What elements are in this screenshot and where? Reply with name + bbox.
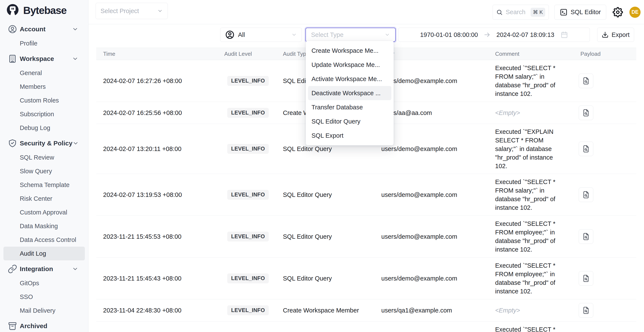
sidebar: Bytebase AccountProfileWorkspaceGeneralM… xyxy=(0,0,88,332)
sidebar-item-mail-delivery[interactable]: Mail Delivery xyxy=(4,304,85,318)
sql-editor-button[interactable]: SQL Editor xyxy=(554,5,606,20)
sidebar-item-custom-approval[interactable]: Custom Approval xyxy=(4,205,85,219)
topbar-right: Search ⌘ K SQL Editor DE xyxy=(492,0,640,24)
cell-payload xyxy=(571,187,636,202)
audit-level-badge: LEVEL_INFO xyxy=(227,76,269,86)
sidebar-section-integration[interactable]: Integration xyxy=(4,262,85,276)
cell-time: 2024-02-07 13:20:11 +08:00 xyxy=(96,146,218,153)
cell-actor: users/demo@example.com xyxy=(375,146,489,153)
date-range-picker[interactable]: 1970-01-01 08:00:00 2024-02-07 18:09:13 xyxy=(398,28,590,42)
sidebar-item-slow-query[interactable]: Slow Query xyxy=(4,164,85,178)
cell-actor: users/demo@example.com xyxy=(375,191,489,198)
sidebar-item-debug-log[interactable]: Debug Log xyxy=(4,121,85,135)
cell-payload xyxy=(571,142,636,156)
sidebar-item-label: Custom Approval xyxy=(20,209,67,216)
sidebar-item-schema-template[interactable]: Schema Template xyxy=(4,178,85,192)
cell-payload xyxy=(571,106,636,120)
audit-level-badge: LEVEL_INFO xyxy=(227,144,269,154)
sidebar-item-gitops[interactable]: GitOps xyxy=(4,276,85,290)
audit-level-badge: LEVEL_INFO xyxy=(227,273,269,283)
cell-comment: Executed `"EXPLAIN SELECT * FROM salary;… xyxy=(489,124,571,174)
dropdown-option-sql-editor-query[interactable]: SQL Editor Query xyxy=(308,114,392,129)
user-circle-icon xyxy=(8,24,17,34)
sidebar-item-label: Data Access Control xyxy=(20,236,76,243)
sidebar-item-label: GitOps xyxy=(20,280,39,287)
cell-payload xyxy=(571,74,636,88)
sidebar-item-data-access-control[interactable]: Data Access Control xyxy=(4,233,85,247)
table-row: 2023-11-21 15:45:43 +08:00LEVEL_INFOSQL … xyxy=(96,258,636,299)
file-search-icon xyxy=(582,77,590,85)
sidebar-item-risk-center[interactable]: Risk Center xyxy=(4,192,85,205)
actor-filter-select[interactable]: All xyxy=(220,28,302,42)
sidebar-item-label: Mail Delivery xyxy=(20,307,56,314)
sidebar-item-label: Schema Template xyxy=(20,181,70,188)
cell-audit-level: LEVEL_INFO xyxy=(218,190,276,200)
export-button[interactable]: Export xyxy=(597,28,634,42)
view-payload-button[interactable] xyxy=(579,187,593,202)
cell-comment: Executed `"SELECT * FROM employee;"` in … xyxy=(489,216,571,257)
cell-comment: Executed `"SELECT * FROM salary;"` in da… xyxy=(489,174,571,215)
cell-payload xyxy=(571,229,636,244)
sidebar-item-profile[interactable]: Profile xyxy=(4,36,85,50)
cell-comment: <Empty> xyxy=(489,303,571,318)
gear-icon xyxy=(613,7,623,17)
table-row: 2023-11-21 15:45:53 +08:00LEVEL_INFOSQL … xyxy=(96,216,636,258)
sidebar-item-label: Members xyxy=(20,83,46,90)
search-icon xyxy=(496,9,503,15)
chevron-down-icon xyxy=(384,32,390,37)
sidebar-item-sql-review[interactable]: SQL Review xyxy=(4,151,85,164)
cell-audit-level: LEVEL_INFO xyxy=(218,305,276,315)
sidebar-item-general[interactable]: General xyxy=(4,66,85,80)
cell-time: 2023-11-21 15:45:43 +08:00 xyxy=(96,275,218,282)
sidebar-item-label: SQL Review xyxy=(20,154,54,161)
sidebar-item-label: Custom Roles xyxy=(20,97,59,104)
sidebar-item-data-masking[interactable]: Data Masking xyxy=(4,219,85,233)
project-select[interactable]: Select Project xyxy=(96,3,168,19)
chevron-down-icon xyxy=(72,140,79,147)
cell-audit-level: LEVEL_INFO xyxy=(218,76,276,86)
sidebar-item-audit-log[interactable]: Audit Log xyxy=(4,247,85,260)
cell-comment: Executed `"SELECT * FROM department;"` i… xyxy=(489,322,571,332)
sidebar-item-sso[interactable]: SSO xyxy=(4,290,85,304)
sidebar-section-workspace[interactable]: Workspace xyxy=(4,51,85,66)
dropdown-option-sql-export[interactable]: SQL Export xyxy=(308,129,392,143)
view-payload-button[interactable] xyxy=(579,74,593,88)
bytebase-logo[interactable]: Bytebase xyxy=(0,0,88,20)
cell-actor: users/demo@example.com xyxy=(375,233,489,240)
cell-audit-level: LEVEL_INFO xyxy=(218,144,276,154)
sidebar-item-label: Data Masking xyxy=(20,223,58,230)
view-payload-button[interactable] xyxy=(579,106,593,120)
user-avatar[interactable]: DE xyxy=(630,7,640,18)
file-search-icon xyxy=(582,109,590,117)
chevron-down-icon xyxy=(72,56,78,62)
sidebar-section-account[interactable]: Account xyxy=(4,22,85,36)
settings-gear-button[interactable] xyxy=(612,6,624,18)
dropdown-option-create-workspace-me[interactable]: Create Workspace Me... xyxy=(308,43,392,58)
column-header-time: Time xyxy=(96,51,218,57)
sidebar-item-label: Slow Query xyxy=(20,168,52,175)
dropdown-option-update-workspace-me[interactable]: Update Workspace Me... xyxy=(308,58,392,72)
calendar-icon xyxy=(561,31,568,38)
view-payload-button[interactable] xyxy=(579,271,593,286)
sidebar-item-subscription[interactable]: Subscription xyxy=(4,107,85,121)
dropdown-option-deactivate-workspace[interactable]: Deactivate Workspace ... xyxy=(308,86,392,100)
view-payload-button[interactable] xyxy=(579,142,593,156)
sidebar-section-archived[interactable]: Archived xyxy=(4,319,85,332)
dropdown-option-activate-workspace-me[interactable]: Activate Workspace Me... xyxy=(308,72,392,86)
view-payload-button[interactable] xyxy=(579,303,593,318)
sidebar-item-members[interactable]: Members xyxy=(4,80,85,94)
empty-placeholder: <Empty> xyxy=(495,307,520,314)
table-row: 2023-11-04 21:06:34 +08:00LEVEL_INFOSQL … xyxy=(96,322,636,332)
sidebar-item-custom-roles[interactable]: Custom Roles xyxy=(4,94,85,107)
cell-audit-type: Create Workspace Member xyxy=(276,307,375,314)
audit-level-badge: LEVEL_INFO xyxy=(227,305,269,315)
chevron-down-icon xyxy=(72,266,78,272)
file-search-icon xyxy=(582,145,590,153)
view-payload-button[interactable] xyxy=(579,229,593,244)
file-search-icon xyxy=(582,307,590,314)
dropdown-option-transfer-database[interactable]: Transfer Database xyxy=(308,100,392,114)
cell-comment: Executed `"SELECT * FROM salary;"` in da… xyxy=(489,60,571,101)
search-input[interactable]: Search ⌘ K xyxy=(492,5,549,20)
sidebar-section-security-policy[interactable]: Security & Policy xyxy=(4,136,85,151)
type-filter-select[interactable]: Select Type xyxy=(306,28,396,42)
